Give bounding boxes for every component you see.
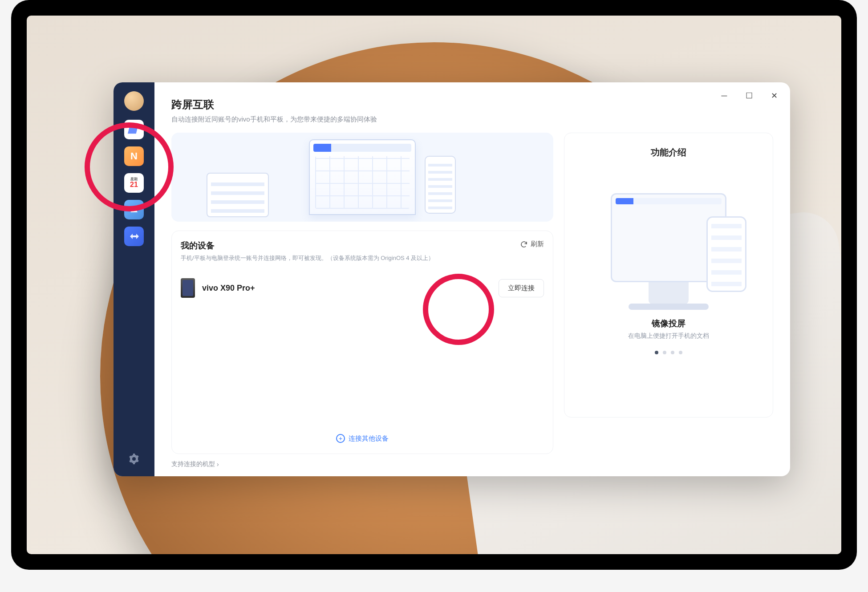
calendar-day: 21 [130, 181, 138, 188]
refresh-label: 刷新 [531, 240, 544, 248]
devices-subtitle: 手机/平板与电脑登录统一账号并连接网络，即可被发现。（设备系统版本需为 Orig… [181, 254, 434, 262]
sidebar-item-notes[interactable]: N [124, 146, 144, 166]
my-devices-card: 我的设备 手机/平板与电脑登录统一账号并连接网络，即可被发现。（设备系统版本需为… [171, 231, 553, 454]
devices-title: 我的设备 [181, 240, 434, 251]
feature-heading: 功能介绍 [651, 146, 686, 158]
sidebar-item-crossscreen[interactable] [124, 120, 144, 139]
monitor-frame: N 星期 21 ─ ☐ [11, 0, 857, 570]
illus-grid [315, 156, 410, 209]
desktop-screen: N 星期 21 ─ ☐ [27, 16, 841, 554]
device-name: vivo X90 Pro+ [202, 284, 255, 293]
feature-illus-stand [649, 282, 689, 304]
supported-models-link[interactable]: 支持连接的机型 › [171, 460, 773, 468]
feature-name: 镜像投屏 [652, 318, 685, 329]
sidebar-item-gallery[interactable] [124, 200, 144, 219]
carousel-dot-4[interactable] [679, 351, 682, 354]
illus-phone [425, 156, 456, 214]
connect-other-label: 连接其他设备 [349, 434, 389, 443]
supported-models-label: 支持连接的机型 [171, 460, 215, 468]
sidebar-item-sync[interactable] [124, 227, 144, 246]
sidebar: N 星期 21 [114, 82, 154, 476]
crossscreen-icon [124, 120, 144, 139]
carousel-dot-1[interactable] [655, 351, 658, 354]
refresh-icon [520, 240, 528, 248]
feature-illus-phone [706, 216, 746, 292]
sidebar-settings-button[interactable] [127, 452, 141, 466]
gallery-icon [129, 204, 139, 215]
content-row: 我的设备 手机/平板与电脑登录统一账号并连接网络，即可被发现。（设备系统版本需为… [171, 133, 773, 454]
minimize-button[interactable]: ─ [717, 89, 731, 103]
carousel-dots [655, 351, 682, 354]
device-row: vivo X90 Pro+ 立即连接 [181, 276, 544, 300]
carousel-dot-3[interactable] [671, 351, 674, 354]
hero-illustration-card [171, 133, 553, 222]
right-column: 功能介绍 镜像投屏 在电脑上便捷打开手机的文档 [564, 133, 773, 454]
window-controls: ─ ☐ ✕ [717, 89, 781, 103]
gear-icon [129, 454, 139, 464]
refresh-button[interactable]: 刷新 [520, 240, 544, 248]
main-content: ─ ☐ ✕ 跨屏互联 自动连接附近同账号的vivo手机和平板，为您带来便捷的多端… [154, 82, 790, 476]
page-subtitle: 自动连接附近同账号的vivo手机和平板，为您带来便捷的多端协同体验 [171, 115, 773, 124]
feature-illus-base [629, 304, 709, 310]
feature-description: 在电脑上便捷打开手机的文档 [628, 332, 709, 340]
notes-icon: N [130, 150, 138, 162]
close-button[interactable]: ✕ [767, 89, 781, 103]
connect-now-button[interactable]: 立即连接 [499, 279, 544, 297]
plus-icon: + [336, 434, 345, 443]
carousel-dot-2[interactable] [663, 351, 666, 354]
user-avatar[interactable] [124, 91, 144, 111]
feature-illustration [595, 172, 742, 310]
sidebar-item-calendar[interactable]: 星期 21 [124, 173, 144, 193]
sync-icon [129, 231, 139, 242]
illus-monitor [309, 139, 416, 215]
connect-other-device-button[interactable]: + 连接其他设备 [181, 428, 544, 445]
app-window: N 星期 21 ─ ☐ [114, 82, 790, 476]
page-title: 跨屏互联 [171, 97, 773, 112]
left-column: 我的设备 手机/平板与电脑登录统一账号并连接网络，即可被发现。（设备系统版本需为… [171, 133, 553, 454]
phone-icon [181, 278, 195, 298]
feature-intro-card: 功能介绍 镜像投屏 在电脑上便捷打开手机的文档 [564, 133, 773, 418]
illus-tablet [207, 173, 269, 217]
maximize-button[interactable]: ☐ [742, 89, 756, 103]
chevron-right-icon: › [217, 461, 219, 468]
